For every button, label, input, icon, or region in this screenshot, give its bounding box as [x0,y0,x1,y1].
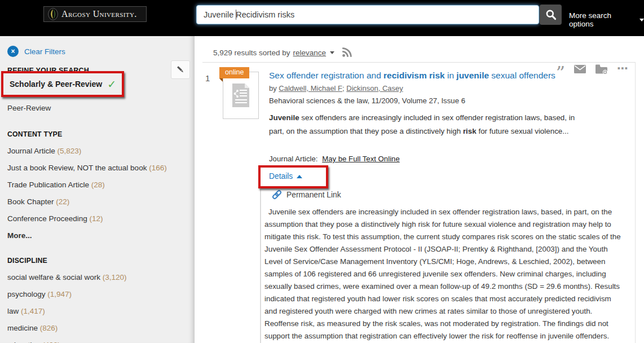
sort-by-relevance-link[interactable]: relevance [293,49,327,57]
facet-count: (166) [149,164,167,172]
facet-book-review[interactable]: Just a book Review, NOT the actual book … [7,164,167,172]
facet-book-chapter[interactable]: Book Chapter (22) [7,198,69,206]
content-type-more-link[interactable]: More... [7,232,32,240]
document-icon [231,83,250,108]
document-thumbnail[interactable]: online [223,72,259,119]
clear-filters-button[interactable]: × Clear Filters [7,46,65,57]
facet-label: Conference Proceeding [7,214,87,223]
facet-label: law [7,307,19,315]
clear-filters-x-icon: × [7,46,19,57]
result-title-link[interactable]: Sex offender registration and recidivism… [269,71,607,81]
results-count-text: 5,929 results sorted by [213,49,290,57]
rss-feed-button[interactable] [342,47,352,58]
edit-search-button[interactable] [171,60,190,79]
details-toggle[interactable]: Details [269,172,302,181]
panel-right-edge [635,62,636,343]
search-button[interactable] [540,5,562,25]
facet-social-welfare[interactable]: social welfare & social work (3,120) [7,274,127,282]
format-label: Journal Article: [269,155,318,163]
sort-chevron-down-icon [330,51,334,54]
facet-count: (22) [56,197,69,206]
logo-text: Argosy University. [61,9,137,19]
facet-psychology[interactable]: psychology (1,947) [7,291,72,298]
content-type-header: CONTENT TYPE [7,130,195,138]
clear-filters-label: Clear Filters [24,47,65,56]
more-search-options-label: More search options [569,11,637,28]
abstract-text: Juvenile sex offenders are increasingly … [264,206,621,343]
more-search-options[interactable]: More search options [569,11,644,28]
chain-link-icon [272,190,282,200]
results-summary: 5,929 results sorted by relevance [213,47,352,58]
more-actions-icon[interactable]: ⋯ [617,61,628,75]
facet-count: (1,417) [21,307,45,315]
full-text-online-link[interactable]: May be Full Text Online [322,155,400,163]
facet-label: medicine [7,324,38,332]
byline-prefix: by [269,84,277,93]
library-search-page: Argosy University. More search options ×… [0,0,644,343]
filter-peer-review[interactable]: Peer-Review [7,104,51,112]
checkmark-icon: ✓ [107,78,116,91]
chevron-down-icon [639,19,644,21]
facet-medicine[interactable]: medicine (826) [7,324,58,332]
result-number: 1 [205,73,210,83]
collapse-arrow-icon [297,175,302,178]
permanent-link-label: Permanent Link [286,191,341,199]
facet-count: (3,120) [103,273,127,282]
facet-count: (28) [91,181,105,189]
filter-scholarly-peer-review[interactable]: Scholarly & Peer-Review [10,80,102,89]
details-left-border [260,189,261,343]
permanent-link[interactable]: Permanent Link [272,190,341,200]
filters-sidebar: × Clear Filters REFINE YOUR SEARCH Schol… [0,36,195,343]
header-bar: Argosy University. More search options [0,0,644,36]
university-logo[interactable]: Argosy University. [43,6,147,22]
facet-label: social welfare & social work [7,273,100,282]
result-snippet: Juvenile sex offenders are increasingly … [269,111,580,138]
facet-label: psychology [7,290,46,298]
leaf-emblem-icon [48,8,58,20]
facet-label: Trade Publication Article [7,181,89,189]
discipline-header: DISCIPLINE [7,257,195,265]
facet-label: Journal Article [7,147,55,155]
availability-line: Journal Article: May be Full Text Online [269,155,400,163]
facet-count: (1,947) [47,290,72,298]
facet-count: (5,823) [58,147,82,155]
pencil-icon [176,65,186,74]
facet-count: (12) [90,214,103,223]
facet-law[interactable]: law (1,417) [7,307,45,315]
author-link-1[interactable]: Caldwell, Michael F [279,84,342,93]
facet-label: education [7,341,41,343]
publication-info: Behavioral sciences & the law, 11/2009, … [269,96,465,105]
facet-count: (826) [40,324,58,332]
facet-journal-article[interactable]: Journal Article (5,823) [7,147,81,155]
online-badge: online [219,67,249,78]
search-icon [545,9,557,20]
search-area [196,5,539,24]
details-label: Details [269,172,293,181]
text-cursor [236,10,236,20]
author-link-2[interactable]: Dickinson, Casey [346,84,403,93]
facet-count: (498) [42,341,60,343]
results-panel: 5,929 results sorted by relevance 1 onli… [195,36,644,343]
facet-trade-publication[interactable]: Trade Publication Article (28) [7,181,105,189]
result-byline: by Caldwell, Michael F; Dickinson, Casey [269,84,403,93]
facet-conference-proceeding[interactable]: Conference Proceeding (12) [7,215,103,223]
facet-label: Book Chapter [7,197,54,206]
annotation-box-details: Details [258,165,328,188]
annotation-box-scholarly: Scholarly & Peer-Review ✓ [1,71,124,97]
facet-label: Just a book Review, NOT the actual book [7,164,147,172]
search-input[interactable] [196,5,539,24]
